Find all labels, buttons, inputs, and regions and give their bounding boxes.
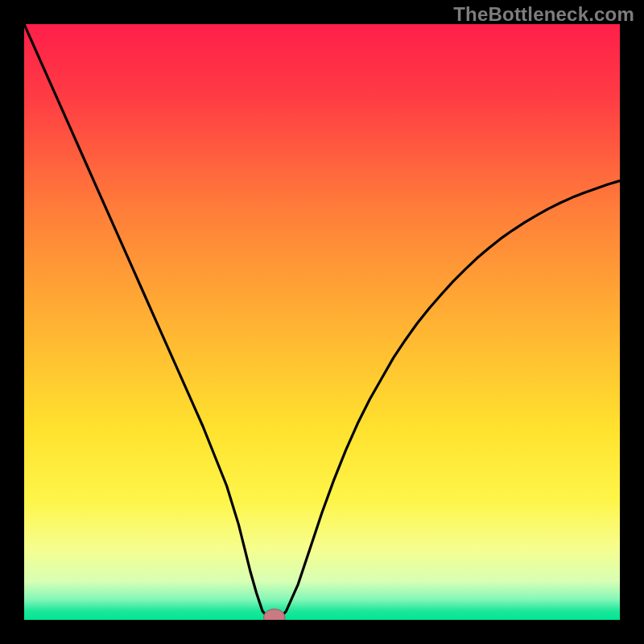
chart-svg: [24, 24, 620, 620]
chart-frame: TheBottleneck.com: [0, 0, 644, 644]
plot-area: [24, 24, 620, 620]
gradient-background: [24, 24, 620, 620]
watermark-text: TheBottleneck.com: [453, 3, 634, 26]
